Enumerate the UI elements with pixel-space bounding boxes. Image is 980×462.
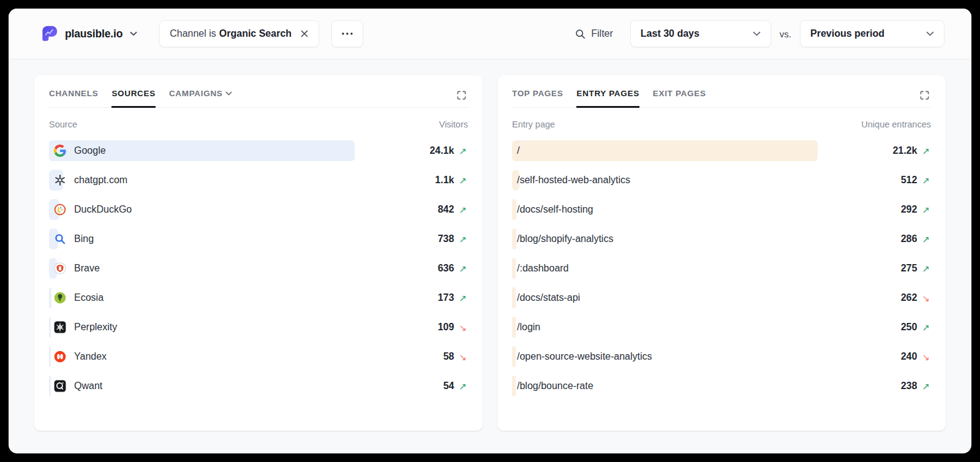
row-label: /self-hosted-web-analytics	[517, 175, 630, 186]
chevron-down-icon	[926, 31, 934, 36]
trend-down-icon: ↘	[459, 352, 467, 362]
row-value: 636	[438, 263, 454, 274]
filter-chip-prefix: Channel is	[170, 28, 216, 39]
row-label: Perplexity	[74, 322, 117, 333]
row-value: 286	[901, 233, 918, 244]
date-range-select[interactable]: Last 30 days	[630, 20, 771, 47]
expand-icon[interactable]	[455, 89, 468, 102]
plausible-logo-icon	[40, 25, 59, 43]
list-item[interactable]: Google 24.1k ↗	[49, 136, 468, 165]
trend-up-icon: ↗	[459, 176, 467, 185]
trend-down-icon: ↘	[459, 323, 467, 332]
trend-up-icon: ↗	[922, 176, 930, 185]
tab-sources[interactable]: SOURCES	[111, 89, 156, 107]
list-item[interactable]: /docs/self-hosting 292 ↗	[512, 195, 931, 224]
brave-icon	[54, 262, 66, 275]
row-value: 58	[443, 351, 454, 362]
tab-exit-pages[interactable]: EXIT PAGES	[653, 89, 706, 107]
site-switcher[interactable]: plausible.io	[40, 25, 137, 43]
tab-label: EXIT PAGES	[653, 89, 706, 98]
search-icon	[575, 29, 586, 39]
row-value: 512	[901, 175, 918, 186]
more-filters-button[interactable]	[331, 20, 363, 47]
trend-up-icon: ↗	[922, 323, 930, 332]
perplexity-icon	[54, 321, 66, 333]
compare-select[interactable]: Previous period	[800, 20, 944, 47]
pages-card: TOP PAGES ENTRY PAGES EXIT PAGES Entry p…	[497, 75, 946, 431]
list-item[interactable]: Perplexity 109 ↘	[49, 312, 468, 342]
expand-icon[interactable]	[918, 89, 931, 102]
row-label: /login	[517, 322, 540, 333]
list-item[interactable]: Ecosia 173 ↗	[49, 283, 468, 312]
row-label: Brave	[74, 263, 100, 274]
list-item[interactable]: Bing 738 ↗	[49, 224, 468, 254]
trend-up-icon: ↗	[459, 205, 467, 214]
row-label: DuckDuckGo	[74, 204, 132, 215]
sources-card: CHANNELS SOURCES CAMPAIGNS Source Visito…	[34, 75, 483, 431]
bing-icon	[54, 233, 66, 245]
row-value: 109	[438, 322, 454, 333]
site-name: plausible.io	[65, 28, 123, 40]
row-label: /open-source-website-analytics	[517, 351, 652, 362]
list-item[interactable]: /login 250 ↗	[512, 312, 931, 342]
list-item[interactable]: Qwant 54 ↗	[49, 371, 468, 401]
row-value: 54	[443, 381, 454, 392]
trend-up-icon: ↗	[922, 146, 930, 156]
list-item[interactable]: / 21.2k ↗	[512, 136, 931, 165]
tab-label: SOURCES	[111, 89, 156, 98]
list-item[interactable]: /self-hosted-web-analytics 512 ↗	[512, 165, 931, 195]
trend-up-icon: ↗	[922, 382, 930, 391]
filter-chip-channel[interactable]: Channel is Organic Search	[159, 20, 319, 47]
row-label: /	[517, 145, 519, 156]
row-value: 173	[438, 292, 454, 303]
row-label: /docs/stats-api	[517, 292, 580, 303]
list-item[interactable]: /docs/stats-api 262 ↘	[512, 283, 931, 312]
trend-down-icon: ↘	[922, 293, 930, 303]
list-item[interactable]: /blog/bounce-rate 238 ↗	[512, 371, 931, 401]
chevron-down-icon	[130, 31, 137, 36]
pages-column-headers: Entry page Unique entrances	[512, 108, 931, 136]
tab-entry-pages[interactable]: ENTRY PAGES	[576, 89, 639, 107]
list-item[interactable]: DuckDuckGo 842 ↗	[49, 195, 468, 224]
app-window: plausible.io Channel is Organic Search F…	[9, 9, 971, 453]
tab-top-pages[interactable]: TOP PAGES	[512, 89, 563, 107]
filter-button[interactable]: Filter	[575, 28, 613, 39]
tab-campaigns[interactable]: CAMPAIGNS	[169, 89, 233, 107]
list-item[interactable]: Yandex 58 ↘	[49, 342, 468, 371]
row-value: 238	[901, 381, 918, 392]
tab-label: CHANNELS	[49, 89, 98, 98]
tab-channels[interactable]: CHANNELS	[49, 89, 98, 107]
row-label: /docs/self-hosting	[517, 204, 594, 215]
vs-label: vs.	[780, 29, 791, 39]
list-item[interactable]: chatgpt.com 1.1k ↗	[49, 165, 468, 195]
list-item[interactable]: /blog/shopify-analytics 286 ↗	[512, 224, 931, 254]
google-icon	[54, 145, 66, 157]
list-item[interactable]: /open-source-website-analytics 240 ↘	[512, 342, 931, 371]
row-label: chatgpt.com	[74, 175, 127, 186]
qwant-icon	[54, 380, 66, 392]
row-label: Ecosia	[74, 292, 104, 303]
trend-up-icon: ↗	[459, 235, 467, 244]
trend-up-icon: ↗	[459, 293, 467, 303]
row-value: 1.1k	[435, 175, 454, 186]
row-label: Yandex	[74, 351, 107, 362]
chevron-down-icon	[225, 91, 232, 96]
sources-tabs-row: CHANNELS SOURCES CAMPAIGNS	[49, 89, 468, 108]
list-item[interactable]: Brave 636 ↗	[49, 254, 468, 283]
tab-label: ENTRY PAGES	[576, 89, 639, 98]
row-value: 240	[901, 351, 918, 362]
dashboard-body: CHANNELS SOURCES CAMPAIGNS Source Visito…	[9, 59, 971, 431]
list-item[interactable]: /:dashboard 275 ↗	[512, 254, 931, 283]
row-value: 292	[901, 204, 918, 215]
row-label: Google	[74, 145, 106, 156]
row-value: 275	[901, 263, 918, 274]
filter-label: Filter	[591, 28, 613, 39]
close-icon[interactable]	[300, 29, 309, 38]
chatgpt-icon	[54, 174, 66, 186]
column-header-left: Source	[49, 119, 77, 129]
column-header-left: Entry page	[512, 119, 555, 129]
row-value: 842	[438, 204, 454, 215]
trend-up-icon: ↗	[922, 264, 930, 273]
chevron-down-icon	[753, 31, 761, 36]
duckduckgo-icon	[54, 203, 66, 216]
